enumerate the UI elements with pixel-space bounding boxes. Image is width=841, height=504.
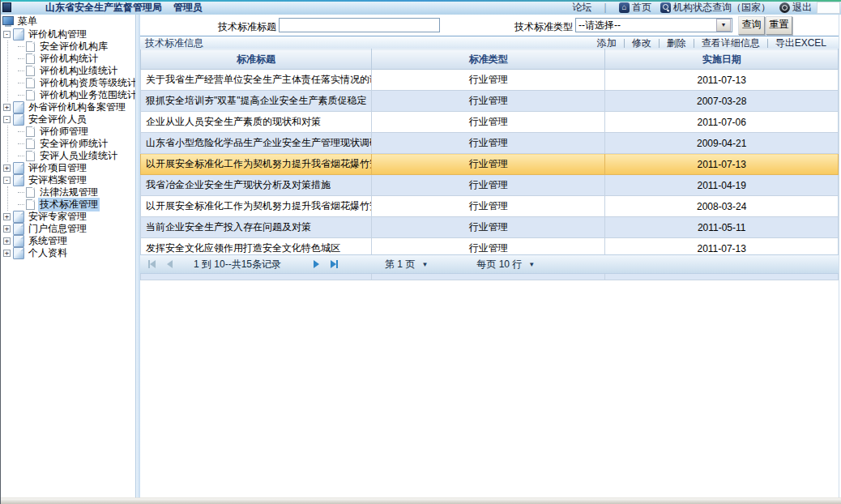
tree-connector — [18, 95, 24, 96]
tree-children: 评价师管理安全评价师统计安评人员业绩统计 — [7, 126, 135, 162]
standard-type-select[interactable]: --请选择-- ▼ — [575, 18, 732, 32]
logout-icon — [779, 2, 790, 13]
table-row[interactable]: 以开展安全标准化工作为契机努力提升我省烟花爆竹安全管理水平行业管理2011-07… — [141, 154, 839, 175]
cell-standard-type: 行业管理 — [371, 91, 604, 112]
page-icon — [26, 78, 35, 88]
sidebar-leaf: 安全评价师统计 — [8, 138, 135, 150]
cell-standard-title: 当前企业安全生产投入存在问题及对策 — [141, 217, 372, 238]
sidebar-leaf: 评价师管理 — [8, 126, 135, 138]
tree-expand-toggle[interactable]: + — [3, 213, 11, 220]
main-content: 技术标准标题 技术标准类型 --请选择-- ▼ 查询 重置 技术标准信息 添加修… — [140, 15, 839, 498]
window-icon — [2, 2, 11, 12]
cell-standard-title: 以开展安全标准化工作为契机努力提升我省烟花爆竹安全管理水平 — [141, 154, 372, 175]
tree-connector — [18, 204, 24, 205]
table-row[interactable]: 我省冶金企业安全生产现状分析及对策措施行业管理2011-04-19 — [141, 175, 839, 196]
tree-connector — [18, 192, 24, 193]
computer-icon — [2, 16, 15, 27]
prev-page-button[interactable] — [167, 260, 173, 268]
sidebar-leaf: 技术标准管理 — [8, 199, 135, 211]
column-header-type[interactable]: 标准类型 — [371, 49, 604, 70]
page-icon — [26, 41, 35, 52]
cell-standard-type: 行业管理 — [371, 70, 604, 91]
sidebar-node: +门户信息管理 — [1, 223, 135, 235]
folder-icon — [13, 174, 24, 186]
page-icon — [26, 90, 35, 100]
standard-title-input[interactable] — [279, 18, 440, 32]
page-icon — [26, 151, 35, 161]
tree-root: 菜单 — [1, 15, 135, 28]
page-select[interactable]: 第 1 页 ▼ — [385, 258, 428, 271]
scrollbar-top-stub — [817, 2, 840, 14]
sidebar-leaf: 评价机构统计 — [8, 53, 135, 65]
sidebar-leaf: 评价机构业绩统计 — [8, 65, 135, 77]
forum-link[interactable]: 论坛 — [572, 1, 591, 15]
last-page-button[interactable] — [331, 260, 338, 268]
tree-collapse-toggle[interactable]: - — [3, 31, 11, 38]
cell-standard-type: 行业管理 — [371, 133, 604, 154]
action-0[interactable]: 添加 — [590, 36, 624, 50]
org-title: 山东省安全生产监督管理局 — [45, 1, 162, 15]
tree-connector — [18, 131, 24, 132]
cell-implement-date: 2008-03-24 — [605, 196, 839, 217]
query-button[interactable]: 查询 — [738, 16, 765, 35]
table-row[interactable]: 关于我省生产经营单位安全生产主体责任落实情况的调研报告行业管理2011-07-1… — [141, 70, 839, 91]
cell-implement-date: 2011-05-11 — [605, 217, 839, 238]
cell-standard-title: 狠抓安全培训夯"双基"提高企业安全生产素质促稳定 — [141, 91, 372, 112]
page-select-value: 第 1 页 — [385, 258, 415, 271]
tree-collapse-toggle[interactable]: - — [3, 116, 11, 123]
header-links: 论坛 ｜ ⌂ 首页 机构状态查询（国家） 退出 — [572, 1, 841, 15]
action-2[interactable]: 删除 — [660, 36, 694, 50]
page-size-dropdown-icon: ▼ — [528, 261, 535, 268]
top-header: 山东省安全生产监督管理局 管理员 论坛 ｜ ⌂ 首页 机构状态查询（国家） 退出 — [1, 0, 841, 15]
cell-standard-title: 以开展安全标准化工作为契机努力提升我省烟花爆竹安全管理水平 — [141, 196, 372, 217]
table-row[interactable]: 当前企业安全生产投入存在问题及对策行业管理2011-05-11 — [141, 217, 839, 238]
sidebar-item-label[interactable]: 个人资料 — [27, 246, 69, 260]
table-row[interactable]: 以开展安全标准化工作为契机努力提升我省烟花爆竹安全管理水平行业管理2008-03… — [141, 196, 839, 217]
action-3[interactable]: 查看详细信息 — [694, 36, 767, 50]
cell-standard-type: 行业管理 — [371, 112, 604, 133]
action-1[interactable]: 修改 — [625, 36, 659, 50]
folder-icon — [13, 223, 24, 235]
tree-container: -评价机构管理安全评价机构库评价机构统计评价机构业绩统计评价机构资质等级统计评价… — [1, 28, 135, 259]
pagination-bar: 1 到 10--共15条记录 第 1 页 ▼ 每页 10 行 ▼ — [140, 254, 839, 274]
tree-expand-toggle[interactable]: + — [3, 225, 11, 233]
first-page-button[interactable] — [148, 260, 156, 268]
page-dropdown-icon: ▼ — [421, 261, 428, 268]
page-icon — [26, 199, 35, 210]
home-link[interactable]: ⌂ 首页 — [619, 1, 651, 15]
sidebar-menu-tree: 菜单 -评价机构管理安全评价机构库评价机构统计评价机构业绩统计评价机构资质等级统… — [1, 15, 135, 498]
action-4[interactable]: 导出EXCEL — [768, 36, 834, 50]
column-header-date[interactable]: 实施日期 — [605, 49, 839, 70]
panel-title: 技术标准信息 — [140, 36, 203, 50]
column-header-title[interactable]: 标准标题 — [141, 49, 372, 70]
tree-connector — [18, 83, 24, 83]
cell-standard-title: 关于我省生产经营单位安全生产主体责任落实情况的调研报告 — [141, 70, 372, 91]
table-row[interactable]: 山东省小型危险化学品生产企业安全生产管理现状调研报告行业管理2009-04-21 — [141, 133, 839, 154]
logout-link[interactable]: 退出 — [779, 1, 812, 15]
tree-connector — [18, 58, 24, 59]
folder-icon — [13, 235, 24, 247]
tree-expand-toggle[interactable]: + — [3, 104, 11, 111]
page-size-select[interactable]: 每页 10 行 ▼ — [476, 258, 535, 271]
sidebar-node: +外省评价机构备案管理 — [1, 101, 135, 113]
table-row[interactable]: 狠抓安全培训夯"双基"提高企业安全生产素质促稳定行业管理2007-03-28 — [141, 91, 839, 112]
sidebar-node: +安评专家管理 — [1, 211, 135, 223]
table-row[interactable]: 企业从业人员安全生产素质的现状和对策行业管理2011-07-06 — [141, 112, 839, 133]
standard-title-label: 技术标准标题 — [216, 20, 276, 34]
tree-expand-toggle[interactable]: + — [3, 250, 11, 257]
tree-collapse-toggle[interactable]: - — [3, 177, 11, 184]
org-status-query-link[interactable]: 机构状态查询（国家） — [660, 1, 771, 15]
tree-expand-toggle[interactable]: + — [3, 164, 11, 172]
tree-connector — [18, 70, 24, 71]
combo-dropdown-icon[interactable]: ▼ — [716, 19, 731, 32]
tree-connector — [18, 46, 24, 47]
cell-implement-date: 2009-04-21 — [605, 133, 839, 154]
next-page-button[interactable] — [314, 260, 319, 268]
cell-standard-type: 行业管理 — [371, 217, 604, 238]
reset-button[interactable]: 重置 — [766, 16, 792, 35]
tree-expand-toggle[interactable]: + — [3, 237, 11, 245]
data-grid: 标准标题 标准类型 实施日期 关于我省生产经营单位安全生产主体责任落实情况的调研… — [140, 49, 839, 280]
cell-implement-date: 2011-07-13 — [605, 70, 839, 91]
folder-icon — [13, 211, 24, 223]
tree-children: 安全评价机构库评价机构统计评价机构业绩统计评价机构资质等级统计评价机构业务范围统… — [7, 41, 135, 101]
